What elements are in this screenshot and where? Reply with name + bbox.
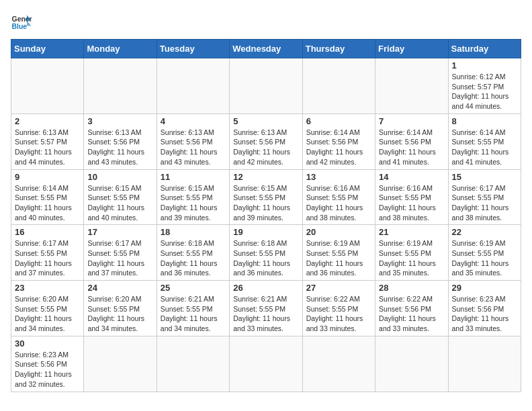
day-number: 15: [452, 172, 517, 182]
empty-cell: [302, 336, 375, 392]
day-cell-30: 30Sunrise: 6:23 AM Sunset: 5:56 PM Dayli…: [11, 336, 84, 392]
day-cell-5: 5Sunrise: 6:13 AM Sunset: 5:56 PM Daylig…: [230, 113, 302, 169]
empty-cell: [302, 58, 375, 114]
day-number: 16: [15, 227, 80, 237]
day-info: Sunrise: 6:13 AM Sunset: 5:56 PM Dayligh…: [233, 128, 298, 167]
empty-cell: [157, 336, 229, 392]
day-cell-24: 24Sunrise: 6:20 AM Sunset: 5:55 PM Dayli…: [84, 281, 157, 336]
header: General Blue: [11, 11, 521, 32]
day-number: 7: [379, 116, 444, 126]
day-info: Sunrise: 6:17 AM Sunset: 5:55 PM Dayligh…: [15, 238, 80, 278]
day-number: 11: [161, 172, 226, 182]
day-info: Sunrise: 6:19 AM Sunset: 5:55 PM Dayligh…: [306, 238, 371, 278]
day-info: Sunrise: 6:14 AM Sunset: 5:56 PM Dayligh…: [306, 128, 371, 167]
day-cell-14: 14Sunrise: 6:16 AM Sunset: 5:55 PM Dayli…: [375, 169, 448, 225]
weekday-header-saturday: Saturday: [448, 40, 521, 58]
day-info: Sunrise: 6:13 AM Sunset: 5:56 PM Dayligh…: [87, 128, 152, 167]
day-number: 27: [306, 283, 371, 293]
day-number: 22: [452, 227, 517, 237]
day-info: Sunrise: 6:14 AM Sunset: 5:55 PM Dayligh…: [452, 128, 517, 167]
day-info: Sunrise: 6:17 AM Sunset: 5:55 PM Dayligh…: [87, 238, 152, 278]
day-number: 5: [233, 116, 298, 126]
day-number: 9: [15, 172, 80, 182]
day-cell-23: 23Sunrise: 6:20 AM Sunset: 5:55 PM Dayli…: [11, 281, 84, 336]
day-cell-21: 21Sunrise: 6:19 AM Sunset: 5:55 PM Dayli…: [375, 225, 448, 281]
day-info: Sunrise: 6:22 AM Sunset: 5:55 PM Dayligh…: [306, 294, 371, 334]
svg-text:Blue: Blue: [12, 23, 28, 30]
day-cell-12: 12Sunrise: 6:15 AM Sunset: 5:55 PM Dayli…: [230, 169, 302, 225]
day-info: Sunrise: 6:18 AM Sunset: 5:55 PM Dayligh…: [233, 238, 298, 278]
day-number: 28: [379, 283, 444, 293]
day-number: 2: [15, 116, 80, 126]
day-cell-22: 22Sunrise: 6:19 AM Sunset: 5:55 PM Dayli…: [448, 225, 521, 281]
day-number: 23: [15, 283, 80, 293]
empty-cell: [230, 58, 302, 114]
day-cell-20: 20Sunrise: 6:19 AM Sunset: 5:55 PM Dayli…: [302, 225, 375, 281]
weekday-header-wednesday: Wednesday: [230, 40, 302, 58]
empty-cell: [230, 336, 302, 392]
day-number: 12: [233, 172, 298, 182]
day-cell-17: 17Sunrise: 6:17 AM Sunset: 5:55 PM Dayli…: [84, 225, 157, 281]
day-number: 14: [379, 172, 444, 182]
day-info: Sunrise: 6:19 AM Sunset: 5:55 PM Dayligh…: [379, 238, 444, 278]
weekday-header-thursday: Thursday: [302, 40, 375, 58]
day-cell-7: 7Sunrise: 6:14 AM Sunset: 5:56 PM Daylig…: [375, 113, 448, 169]
day-number: 19: [233, 227, 298, 237]
day-cell-18: 18Sunrise: 6:18 AM Sunset: 5:55 PM Dayli…: [157, 225, 229, 281]
day-cell-15: 15Sunrise: 6:17 AM Sunset: 5:55 PM Dayli…: [448, 169, 521, 225]
day-cell-9: 9Sunrise: 6:14 AM Sunset: 5:55 PM Daylig…: [11, 169, 84, 225]
day-number: 8: [452, 116, 517, 126]
empty-cell: [375, 58, 448, 114]
day-number: 26: [233, 283, 298, 293]
day-cell-16: 16Sunrise: 6:17 AM Sunset: 5:55 PM Dayli…: [11, 225, 84, 281]
day-number: 29: [452, 283, 517, 293]
day-info: Sunrise: 6:18 AM Sunset: 5:55 PM Dayligh…: [161, 238, 226, 278]
day-cell-28: 28Sunrise: 6:22 AM Sunset: 5:56 PM Dayli…: [375, 281, 448, 336]
day-number: 17: [87, 227, 152, 237]
day-info: Sunrise: 6:23 AM Sunset: 5:56 PM Dayligh…: [452, 294, 517, 334]
week-row-2: 2Sunrise: 6:13 AM Sunset: 5:57 PM Daylig…: [11, 113, 521, 169]
weekday-header-friday: Friday: [375, 40, 448, 58]
empty-cell: [375, 336, 448, 392]
calendar-table: SundayMondayTuesdayWednesdayThursdayFrid…: [11, 39, 521, 392]
empty-cell: [11, 58, 84, 114]
day-info: Sunrise: 6:16 AM Sunset: 5:55 PM Dayligh…: [306, 183, 371, 223]
day-cell-8: 8Sunrise: 6:14 AM Sunset: 5:55 PM Daylig…: [448, 113, 521, 169]
day-cell-27: 27Sunrise: 6:22 AM Sunset: 5:55 PM Dayli…: [302, 281, 375, 336]
weekday-header-sunday: Sunday: [11, 40, 84, 58]
weekday-header-monday: Monday: [84, 40, 157, 58]
day-info: Sunrise: 6:20 AM Sunset: 5:55 PM Dayligh…: [87, 294, 152, 334]
day-info: Sunrise: 6:15 AM Sunset: 5:55 PM Dayligh…: [87, 183, 152, 223]
day-number: 18: [161, 227, 226, 237]
empty-cell: [157, 58, 229, 114]
day-info: Sunrise: 6:21 AM Sunset: 5:55 PM Dayligh…: [161, 294, 226, 334]
day-number: 13: [306, 172, 371, 182]
day-number: 1: [452, 60, 517, 71]
day-info: Sunrise: 6:13 AM Sunset: 5:56 PM Dayligh…: [161, 128, 226, 167]
day-info: Sunrise: 6:21 AM Sunset: 5:55 PM Dayligh…: [233, 294, 298, 334]
week-row-3: 9Sunrise: 6:14 AM Sunset: 5:55 PM Daylig…: [11, 169, 521, 225]
day-cell-1: 1Sunrise: 6:12 AM Sunset: 5:57 PM Daylig…: [448, 58, 521, 114]
day-info: Sunrise: 6:16 AM Sunset: 5:55 PM Dayligh…: [379, 183, 444, 223]
empty-cell: [448, 336, 521, 392]
day-cell-26: 26Sunrise: 6:21 AM Sunset: 5:55 PM Dayli…: [230, 281, 302, 336]
week-row-4: 16Sunrise: 6:17 AM Sunset: 5:55 PM Dayli…: [11, 225, 521, 281]
empty-cell: [84, 336, 157, 392]
day-cell-29: 29Sunrise: 6:23 AM Sunset: 5:56 PM Dayli…: [448, 281, 521, 336]
logo: General Blue: [11, 11, 32, 32]
day-info: Sunrise: 6:15 AM Sunset: 5:55 PM Dayligh…: [161, 183, 226, 223]
day-number: 6: [306, 116, 371, 126]
weekday-header-row: SundayMondayTuesdayWednesdayThursdayFrid…: [11, 40, 521, 58]
day-cell-2: 2Sunrise: 6:13 AM Sunset: 5:57 PM Daylig…: [11, 113, 84, 169]
day-number: 21: [379, 227, 444, 237]
day-number: 30: [15, 338, 80, 349]
day-info: Sunrise: 6:14 AM Sunset: 5:55 PM Dayligh…: [15, 183, 80, 223]
week-row-1: 1Sunrise: 6:12 AM Sunset: 5:57 PM Daylig…: [11, 58, 521, 114]
day-number: 25: [161, 283, 226, 293]
empty-cell: [84, 58, 157, 114]
day-cell-11: 11Sunrise: 6:15 AM Sunset: 5:55 PM Dayli…: [157, 169, 229, 225]
day-info: Sunrise: 6:13 AM Sunset: 5:57 PM Dayligh…: [15, 128, 80, 167]
day-number: 24: [87, 283, 152, 293]
week-row-6: 30Sunrise: 6:23 AM Sunset: 5:56 PM Dayli…: [11, 336, 521, 392]
day-number: 4: [161, 116, 226, 126]
